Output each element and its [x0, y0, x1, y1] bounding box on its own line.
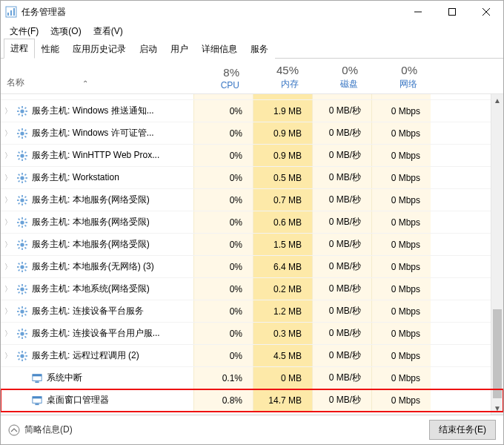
expand-icon[interactable]: 〉: [1, 128, 16, 139]
cell-mem: 0.5 MB: [253, 167, 312, 188]
close-button[interactable]: [469, 1, 503, 23]
cell-disk: 0 MB/秒: [312, 389, 371, 411]
cell-net: 0 Mbps: [371, 122, 431, 144]
cell-net: 0 Mbps: [371, 300, 431, 322]
sort-indicator-icon: ⌃: [82, 79, 88, 88]
svg-line-87: [19, 269, 20, 271]
svg-point-26: [20, 131, 24, 135]
process-icon: [16, 305, 29, 318]
tab-services[interactable]: 服务: [244, 39, 275, 59]
expand-icon[interactable]: 〉: [1, 284, 16, 294]
window-title: 任务管理器: [21, 6, 66, 19]
svg-line-121: [19, 352, 20, 353]
cell-disk: 0 MB/秒: [312, 211, 371, 233]
minimize-button[interactable]: [401, 1, 435, 23]
col-mem[interactable]: 45% 内存: [250, 64, 309, 93]
tab-app-history[interactable]: 应用历史记录: [66, 39, 133, 59]
vertical-scrollbar[interactable]: ▲ ▼: [491, 94, 503, 415]
expand-icon[interactable]: 〉: [1, 195, 16, 205]
end-task-button[interactable]: 结束任务(E): [429, 420, 496, 440]
svg-line-76: [19, 240, 20, 242]
svg-line-34: [25, 129, 27, 131]
svg-line-32: [25, 136, 27, 137]
tab-processes[interactable]: 进程: [4, 39, 35, 59]
col-cpu[interactable]: 8% CPU: [190, 66, 250, 93]
process-row[interactable]: 桌面窗口管理器0.8%14.7 MB0 MB/秒0 Mbps: [1, 389, 503, 412]
process-row[interactable]: 〉服务主机: 本地系统(网络受限)0%0.2 MB0 MB/秒0 Mbps: [1, 278, 503, 300]
expand-icon[interactable]: 〉: [1, 306, 16, 317]
expand-icon[interactable]: 〉: [1, 217, 16, 228]
svg-line-31: [19, 129, 20, 131]
tab-performance[interactable]: 性能: [35, 39, 66, 59]
svg-line-86: [25, 269, 27, 271]
expand-icon[interactable]: 〉: [1, 329, 16, 339]
cell-mem: 0.9 MB: [253, 145, 312, 166]
process-name: 服务主机: 本地服务(网络受限): [32, 238, 193, 251]
expand-icon[interactable]: 〉: [1, 262, 16, 272]
expand-icon[interactable]: 〉: [1, 151, 16, 161]
process-row[interactable]: 〉服务主机: 连接设备平台用户服...0%0.3 MB0 MB/秒0 Mbps: [1, 323, 503, 345]
expand-icon[interactable]: 〉: [1, 351, 16, 361]
process-row[interactable]: 〉服务主机: 本地服务(网络受限)0%0.6 MB0 MB/秒0 Mbps: [1, 211, 503, 234]
process-row[interactable]: 〉服务主机: WinHTTP Web Prox...0%0.9 MB0 MB/秒…: [1, 145, 503, 167]
cell-net: 0 Mbps: [371, 256, 431, 277]
expand-icon[interactable]: 〉: [1, 173, 16, 183]
fewer-details-button[interactable]: 简略信息(D): [8, 423, 73, 436]
svg-line-70: [25, 218, 27, 220]
svg-line-104: [25, 314, 27, 315]
process-icon: [30, 394, 44, 407]
cell-disk: 0 MB/秒: [312, 234, 371, 255]
process-row[interactable]: 系统中断0.1%0 MB0 MB/秒0 Mbps: [1, 367, 503, 389]
tab-users[interactable]: 用户: [164, 39, 195, 59]
cell-disk: 0 MB/秒: [312, 122, 371, 144]
process-row[interactable]: 〉服务主机: 本地服务(无网络) (3)0%6.4 MB0 MB/秒0 Mbps: [1, 256, 503, 278]
cell-mem: 0.6 MB: [253, 211, 312, 233]
svg-line-79: [25, 240, 27, 242]
process-rows: 〉服务主机: Windows 推送通知...0%1.8 MB0 MB/秒0 Mb…: [1, 94, 503, 415]
scroll-up-icon[interactable]: ▲: [491, 94, 503, 107]
process-row[interactable]: 〉服务主机: Windows 推送通知...0%1.8 MB0 MB/秒0 Mb…: [1, 94, 503, 100]
cell-disk: 0 MB/秒: [312, 323, 371, 344]
process-row[interactable]: 〉服务主机: 本地服务(网络受限)0%1.5 MB0 MB/秒0 Mbps: [1, 234, 503, 256]
process-row[interactable]: 〉服务主机: Workstation0%0.5 MB0 MB/秒0 Mbps: [1, 167, 503, 189]
process-row[interactable]: 〉服务主机: Windows 推送通知...0%1.9 MB0 MB/秒0 Mb…: [1, 100, 503, 122]
process-icon: [16, 216, 29, 229]
process-row[interactable]: 〉服务主机: 本地服务(网络受限)0%0.7 MB0 MB/秒0 Mbps: [1, 189, 503, 211]
svg-line-123: [19, 358, 20, 360]
col-name-label: 名称: [7, 76, 190, 89]
svg-line-94: [19, 285, 20, 286]
process-row[interactable]: 〉服务主机: Windows 许可证管...0%0.9 MB0 MB/秒0 Mb…: [1, 122, 503, 145]
cell-cpu: 0%: [193, 234, 253, 255]
menu-options[interactable]: 选项(O): [46, 24, 85, 39]
process-row[interactable]: 〉服务主机: 远程过程调用 (2)0%4.5 MB0 MB/秒0 Mbps: [1, 345, 503, 367]
col-cpu-pct: 8%: [190, 66, 239, 79]
scroll-thumb[interactable]: [493, 309, 502, 398]
tab-details[interactable]: 详细信息: [195, 39, 244, 59]
svg-line-69: [19, 225, 20, 226]
col-disk[interactable]: 0% 磁盘: [309, 64, 368, 93]
maximize-button[interactable]: [435, 1, 469, 23]
cell-net: 0 Mbps: [371, 145, 431, 166]
cell-cpu: 0%: [193, 300, 253, 322]
process-name: 服务主机: 连接设备平台用户服...: [32, 327, 193, 340]
cell-disk: 0 MB/秒: [312, 94, 371, 99]
col-net[interactable]: 0% 网络: [368, 64, 428, 93]
cell-cpu: 0.1%: [193, 367, 253, 389]
menu-file[interactable]: 文件(F): [5, 24, 43, 39]
svg-line-23: [25, 113, 27, 115]
tabstrip: 进程 性能 应用历史记录 启动 用户 详细信息 服务: [1, 39, 503, 59]
process-icon: [16, 349, 29, 363]
cell-mem: 1.2 MB: [253, 300, 312, 322]
expand-icon[interactable]: 〉: [1, 240, 16, 250]
expand-icon[interactable]: 〉: [1, 106, 16, 116]
svg-point-98: [20, 309, 24, 313]
tab-startup[interactable]: 启动: [133, 39, 164, 59]
menu-view[interactable]: 查看(V): [89, 24, 127, 39]
cell-mem: 4.5 MB: [253, 345, 312, 366]
col-mem-label: 内存: [250, 78, 299, 90]
cell-net: 0 Mbps: [371, 100, 431, 122]
process-row[interactable]: 〉服务主机: 连接设备平台服务0%1.2 MB0 MB/秒0 Mbps: [1, 300, 503, 323]
col-disk-pct: 0%: [309, 64, 358, 76]
col-name[interactable]: ⌃ 名称: [1, 76, 190, 93]
svg-line-60: [19, 202, 20, 204]
